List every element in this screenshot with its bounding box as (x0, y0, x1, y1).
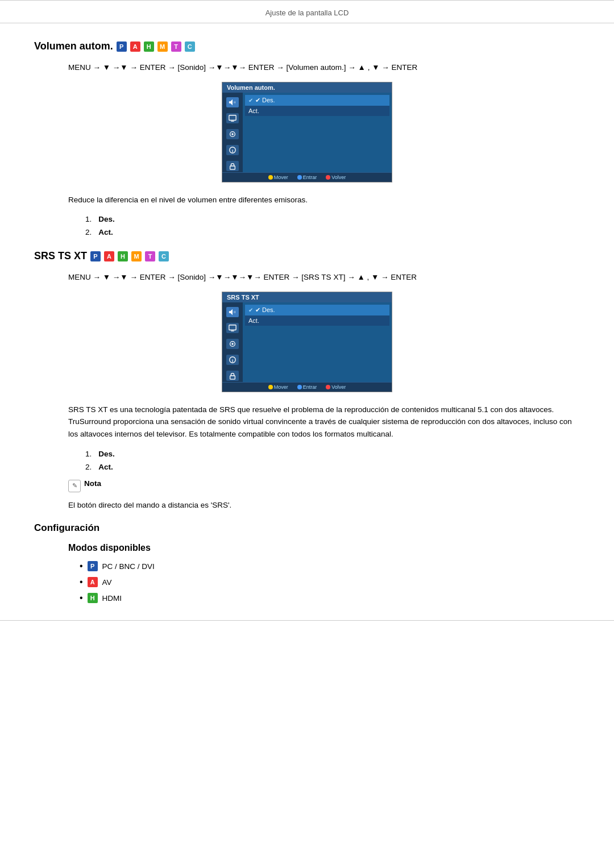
va-footer-volver-label: Volver (331, 175, 346, 180)
srs-footer-mover: Mover (268, 384, 288, 390)
dot-volver (326, 175, 330, 180)
va-icon-5 (226, 161, 239, 171)
srs-icon-3 (226, 339, 239, 349)
srs-icon-1 (226, 307, 239, 317)
srs-option-act: Act. (245, 315, 389, 326)
badge-a-2: A (104, 251, 114, 261)
configuracion-section: Configuración Modos disponibles • P PC /… (34, 522, 580, 603)
volumen-autom-heading: Volumen autom. P A H M T C (34, 40, 580, 52)
va-icon-2 (226, 113, 239, 123)
dot-entrar (297, 175, 302, 180)
badge-m-2: M (131, 251, 142, 261)
badge-h-hdmi: H (88, 593, 98, 603)
badge-c-2: C (159, 251, 169, 261)
modo-hdmi: • H HDMI (80, 593, 580, 603)
va-list-item-2: 2. Act. (85, 228, 580, 236)
badge-t-2: T (145, 251, 155, 261)
srs-footer-volver-label: Volver (331, 384, 346, 390)
va-sidebar: i (222, 93, 243, 172)
note-pencil-icon: ✎ (72, 482, 77, 489)
srs-footer-entrar-label: Entrar (303, 384, 317, 390)
srs-option-des: ✔ ✔ Des. (245, 305, 389, 315)
badge-a-av: A (88, 577, 98, 587)
va-icon-4: i (226, 145, 239, 155)
srs-screenshot-body: i ✔ ✔ Des. Act. (222, 302, 392, 382)
srs-description: SRS TS XT es una tecnología patentada de… (68, 404, 580, 441)
srs-info-icon: i (229, 356, 237, 364)
srs-circle-icon (229, 340, 237, 348)
srs-main: ✔ ✔ Des. Act. (243, 302, 392, 382)
srs-menu-path: MENU → ▼ →▼ → ENTER → [Sonido] →▼→▼→▼→ E… (68, 271, 580, 284)
srs-footer-entrar: Entrar (297, 384, 317, 390)
va-num-1: 1. (85, 215, 92, 223)
badge-c-1: C (185, 41, 195, 52)
va-icon-3 (226, 129, 239, 139)
va-footer-mover-label: Mover (274, 175, 288, 180)
va-list-item-1: 1. Des. (85, 215, 580, 223)
badge-p-2: P (90, 251, 101, 261)
svg-point-3 (231, 133, 234, 135)
va-screenshot-body: i ✔ ✔ Des. Act. (222, 93, 392, 172)
srs-ts-xt-title: SRS TS XT (34, 250, 87, 262)
content-area: Volumen autom. P A H M T C MENU → ▼ →▼ →… (0, 40, 614, 603)
va-footer-volver: Volver (326, 175, 346, 180)
badge-h-1: H (144, 41, 154, 52)
srs-screenshot: SRS TS XT i (222, 292, 392, 392)
srs-list-item-1: 1. Des. (85, 450, 580, 458)
va-footer-mover: Mover (268, 175, 288, 180)
srs-sidebar: i (222, 302, 243, 382)
svg-text:i: i (232, 148, 233, 153)
bottom-border (0, 620, 614, 621)
va-option-act: Act. (245, 106, 389, 116)
srs-num-1: 1. (85, 450, 92, 458)
srs-lock-icon (229, 372, 237, 380)
va-label-2: Act. (98, 228, 113, 236)
volumen-autom-description: Reduce la diferencia en el nivel de volu… (68, 194, 580, 206)
svg-rect-6 (230, 166, 235, 169)
srs-dot-entrar (297, 385, 302, 389)
srs-ts-xt-heading: SRS TS XT P A H M T C (34, 250, 580, 262)
circle-icon (229, 130, 237, 138)
volumen-autom-title: Volumen autom. (34, 40, 113, 52)
va-label-1: Des. (98, 215, 115, 223)
badge-h-2: H (118, 251, 128, 261)
va-screenshot-title: Volumen autom. (222, 82, 392, 93)
srs-screenshot-title: SRS TS XT (222, 292, 392, 302)
va-footer-entrar-label: Entrar (303, 175, 317, 180)
modos-list: • P PC / BNC / DVI • A AV • H HDMI (80, 561, 580, 603)
volumen-autom-section: Volumen autom. P A H M T C MENU → ▼ →▼ →… (34, 40, 580, 236)
bullet-dot-av: • (80, 578, 83, 587)
badge-p-pc: P (88, 561, 98, 571)
va-num-2: 2. (85, 228, 92, 236)
modo-av-label: AV (102, 578, 112, 587)
srs-list-item-2: 2. Act. (85, 463, 580, 471)
badge-t-1: T (171, 41, 181, 52)
tv-icon (229, 114, 237, 122)
modo-hdmi-label: HDMI (102, 594, 122, 603)
svg-rect-13 (230, 376, 235, 379)
svg-rect-7 (229, 325, 236, 330)
svg-text:i: i (232, 358, 233, 363)
dot-mover (268, 175, 273, 180)
va-main: ✔ ✔ Des. Act. (243, 93, 392, 172)
srs-act-label: Act. (248, 317, 259, 324)
srs-dot-volver (326, 385, 330, 389)
va-act-label: Act. (248, 107, 259, 114)
srs-num-2: 2. (85, 463, 92, 471)
srs-icon-5 (226, 371, 239, 381)
badge-m-1: M (157, 41, 168, 52)
svg-point-10 (231, 343, 234, 345)
volumen-autom-screenshot: Volumen autom. i (222, 82, 392, 182)
va-icon-1 (226, 97, 239, 107)
modo-pc-label: PC / BNC / DVI (102, 562, 155, 571)
va-des-label: ✔ Des. (255, 97, 275, 104)
note-icon: ✎ (68, 480, 81, 492)
srs-label-2: Act. (98, 463, 113, 471)
srs-tv-icon (229, 324, 237, 332)
bullet-dot-pc: • (80, 562, 83, 571)
va-footer-entrar: Entrar (297, 175, 317, 180)
badge-a-1: A (130, 41, 140, 52)
srs-dot-mover (268, 385, 273, 389)
va-check-des: ✔ (248, 97, 253, 103)
top-border (0, 0, 614, 1)
